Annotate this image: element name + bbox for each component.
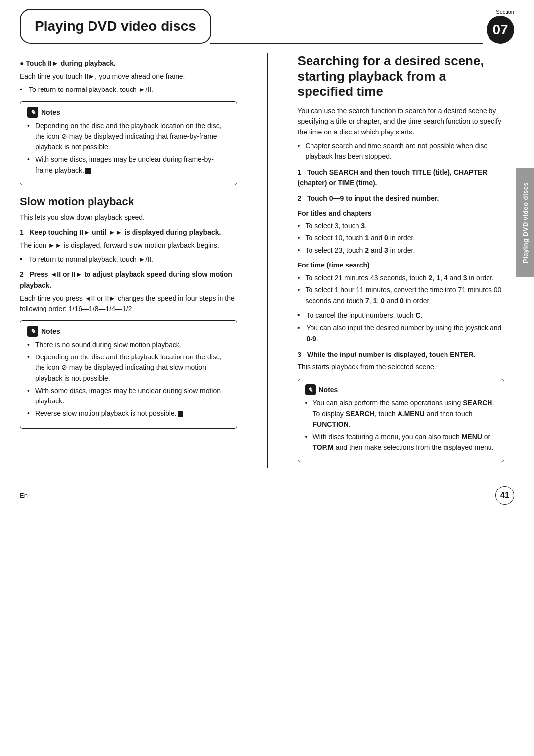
- titles-item: To select 3, touch 3.: [298, 221, 505, 232]
- notes-title-1: ✎ Notes: [27, 107, 230, 118]
- time-item: To select 21 minutes 43 seconds, touch 2…: [298, 273, 505, 284]
- notes-icon-1: ✎: [27, 107, 38, 118]
- slow-step2-heading: 2 Press ◄II or II► to adjust playback sp…: [20, 269, 237, 291]
- section-label: Section: [496, 9, 514, 15]
- notes-item: Depending on the disc and the playback l…: [27, 121, 230, 153]
- touch-para1: Each time you touch II►, you move ahead …: [20, 71, 237, 82]
- search-bullet-1: Chapter search and time search are not p…: [298, 141, 505, 162]
- notes-item: You can also perform the same operations…: [305, 398, 497, 430]
- touch-heading: ● Touch II► during playback.: [20, 58, 237, 69]
- page-container: Playing DVD video discs Section 07 Playi…: [0, 0, 534, 756]
- notes-box-3: ✎ Notes You can also perform the same op…: [298, 379, 505, 462]
- step3-para: This starts playback from the selected s…: [298, 362, 505, 373]
- notes-item: There is no sound during slow motion pla…: [27, 340, 230, 351]
- touch-return-bullet: To return to normal playback, touch ►/II…: [20, 85, 237, 95]
- notes-item: With discs featuring a menu, you can als…: [305, 432, 497, 453]
- cancel-bullet: To cancel the input numbers, touch C.: [298, 311, 505, 321]
- left-column: ● Touch II► during playback. Each time y…: [20, 53, 237, 468]
- notes-item: With some discs, images may be unclear d…: [27, 154, 230, 176]
- search-step1: 1 Touch SEARCH and then touch TITLE (tit…: [298, 167, 505, 188]
- titles-list: To select 3, touch 3. To select 10, touc…: [298, 221, 505, 256]
- slow-motion-intro: This lets you slow down playback speed.: [20, 212, 237, 223]
- search-heading: Searching for a desired scene, starting …: [298, 53, 505, 100]
- for-titles-heading: For titles and chapters: [298, 208, 505, 219]
- search-intro: You can use the search function to searc…: [298, 106, 505, 138]
- titles-item: To select 23, touch 2 and 3 in order.: [298, 245, 505, 256]
- search-step2: 2 Touch 0—9 to input the desired number.: [298, 193, 505, 204]
- section-badge-area: Section 07: [487, 9, 514, 44]
- notes-icon-3: ✎: [305, 384, 316, 395]
- slow-step2-para: Each time you press ◄II or II► changes t…: [20, 293, 237, 314]
- time-list: To select 21 minutes 43 seconds, touch 2…: [298, 273, 505, 307]
- footer-lang: En: [20, 492, 28, 499]
- for-time-heading: For time (time search): [298, 260, 505, 271]
- time-item: To select 1 hour 11 minutes, convert the…: [298, 285, 505, 306]
- section-number-badge: 07: [487, 16, 514, 44]
- page-title: Playing DVD video discs: [35, 18, 196, 34]
- notes-title-3: ✎ Notes: [305, 384, 497, 395]
- notes-item: Reverse slow motion playback is not poss…: [27, 408, 230, 419]
- column-divider: [267, 53, 268, 468]
- main-content: ● Touch II► during playback. Each time y…: [0, 48, 534, 468]
- notes-box-1: ✎ Notes Depending on the disc and the pl…: [20, 101, 237, 185]
- notes-list-2: There is no sound during slow motion pla…: [27, 340, 230, 419]
- notes-item: Depending on the disc and the playback l…: [27, 352, 230, 384]
- notes-box-2: ✎ Notes There is no sound during slow mo…: [20, 320, 237, 429]
- right-column: Searching for a desired scene, starting …: [298, 53, 505, 468]
- notes-icon-2: ✎: [27, 326, 38, 337]
- slow-step1-heading: 1 Keep touching II► until ►► is displaye…: [20, 227, 237, 238]
- footer-page-number: 41: [495, 486, 514, 505]
- sidebar-label: Playing DVD video discs: [516, 168, 534, 277]
- header-title-box: Playing DVD video discs: [20, 9, 211, 44]
- notes-title-2: ✎ Notes: [27, 326, 230, 337]
- search-step3: 3 While the input number is displayed, t…: [298, 350, 505, 360]
- search-bullets: Chapter search and time search are not p…: [298, 141, 505, 162]
- titles-item: To select 10, touch 1 and 0 in order.: [298, 233, 505, 244]
- notes-item: With some discs, images may be unclear d…: [27, 386, 230, 407]
- page-header: Playing DVD video discs Section 07: [0, 0, 534, 44]
- slow-step1-bullet: To return to normal playback, touch ►/II…: [20, 254, 237, 265]
- slow-motion-heading: Slow motion playback: [20, 195, 237, 208]
- notes-list-3: You can also perform the same operations…: [305, 398, 497, 453]
- page-footer: En 41: [0, 478, 534, 513]
- header-divider-line: [210, 43, 483, 44]
- slow-step1-para: The icon ►► is displayed, forward slow m…: [20, 240, 237, 251]
- joystick-bullet: You can also input the desired number by…: [298, 323, 505, 344]
- notes-list-1: Depending on the disc and the playback l…: [27, 121, 230, 176]
